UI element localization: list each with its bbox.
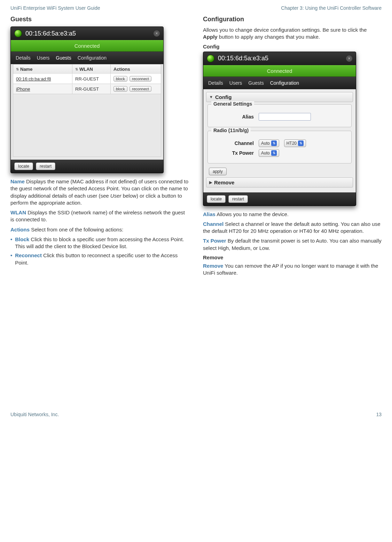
col-header-actions: Actions	[111, 64, 161, 74]
tab-details[interactable]: Details	[16, 55, 31, 61]
tab-details[interactable]: Details	[208, 80, 223, 86]
footer-left: Ubiquiti Networks, Inc.	[10, 412, 59, 417]
channel-select[interactable]: Auto ⇅	[259, 139, 279, 147]
txpower-select[interactable]: Auto ⇅	[259, 149, 279, 157]
txpower-label: Tx Power	[212, 150, 254, 156]
guests-heading: Guests	[10, 16, 189, 23]
actions-desc: Actions Select from one of the following…	[10, 226, 189, 233]
close-icon[interactable]: ×	[154, 30, 160, 37]
ht-select[interactable]: HT20 ⇅	[284, 139, 306, 147]
triangle-right-icon: ▶	[209, 180, 212, 185]
restart-button[interactable]: restart	[36, 162, 55, 170]
tx-term: Tx Power	[203, 238, 226, 244]
bullet-icon: •	[10, 252, 12, 266]
table-empty-area	[13, 94, 161, 157]
general-settings-group: General Settings Alias	[207, 104, 352, 127]
triangle-down-icon: ▼	[209, 95, 213, 99]
reconnect-bullet: • Reconnect Click this button to reconne…	[10, 252, 189, 266]
header-left: UniFi Enterprise WiFi System User Guide	[10, 5, 100, 11]
block-button[interactable]: block	[113, 86, 127, 92]
col-header-name[interactable]: ⇅Name	[13, 64, 72, 74]
radio-legend: Radio (11n/b/g)	[211, 128, 251, 133]
actions-term: Actions	[10, 227, 30, 232]
alias-label: Alias	[212, 114, 254, 120]
remove-accordion[interactable]: ▶ Remove	[206, 177, 353, 188]
general-settings-legend: General Settings	[211, 101, 254, 107]
header-right: Chapter 3: Using the UniFi Controller So…	[281, 5, 382, 11]
table-row: 00:16:cb:ba:ad:f8 RR-GUEST block reconne…	[13, 74, 161, 84]
chevron-updown-icon: ⇅	[298, 140, 304, 146]
page-footer: Ubiquiti Networks, Inc. 13	[10, 412, 382, 417]
chevron-updown-icon: ⇅	[271, 150, 277, 156]
remove-desc: Remove You can remove the AP if you no l…	[203, 262, 382, 277]
radio-group: Radio (11n/b/g) Channel Auto ⇅ HT20 ⇅	[207, 131, 352, 163]
guest-name-link[interactable]: 00:16:cb:ba:ad:f8	[13, 74, 72, 84]
reconnect-button[interactable]: reconnect	[130, 86, 151, 92]
alias-term: Alias	[203, 211, 215, 217]
locate-button[interactable]: locate	[14, 162, 33, 170]
restart-button[interactable]: restart	[228, 195, 248, 203]
window-titlebar: 00:15:6d:5a:e3:a5 ×	[11, 27, 163, 40]
window-title: 00:15:6d:5a:e3:a5	[218, 55, 268, 62]
tab-users[interactable]: Users	[229, 80, 242, 86]
guests-window: 00:15:6d:5a:e3:a5 × Connected Details Us…	[10, 26, 164, 173]
status-dot-icon	[207, 55, 214, 62]
block-button[interactable]: block	[113, 76, 127, 82]
remove-subheading: Remove	[203, 254, 382, 260]
tab-configuration[interactable]: Configuration	[78, 55, 107, 61]
channel-term: Channel	[203, 221, 224, 227]
bullet-icon: •	[10, 236, 12, 250]
tab-users[interactable]: Users	[37, 55, 50, 61]
close-icon[interactable]: ×	[346, 55, 352, 62]
config-accordion[interactable]: ▼ Config	[206, 92, 353, 102]
alias-input[interactable]	[259, 113, 311, 121]
window-titlebar: 00:15:6d:5a:e3:a5 ×	[203, 52, 356, 65]
name-desc: Name Displays the name (MAC address if n…	[10, 178, 189, 206]
guest-name-link[interactable]: iPhone	[13, 84, 72, 94]
block-term: Block	[15, 236, 29, 242]
status-dot-icon	[14, 30, 22, 37]
guest-wlan: RR-GUEST	[72, 74, 111, 84]
table-row: iPhone RR-GUEST block reconnect	[13, 84, 161, 94]
sort-icon: ⇅	[75, 67, 78, 71]
chevron-updown-icon: ⇅	[271, 140, 277, 146]
locate-button[interactable]: locate	[207, 195, 226, 203]
tab-configuration[interactable]: Configuration	[270, 80, 299, 86]
connected-status: Connected	[203, 65, 356, 77]
page-header: UniFi Enterprise WiFi System User Guide …	[10, 5, 382, 11]
connected-status: Connected	[11, 40, 163, 52]
remove-term: Remove	[203, 263, 223, 269]
window-title: 00:15:6d:5a:e3:a5	[25, 30, 76, 37]
tab-guests[interactable]: Guests	[248, 80, 264, 86]
wlan-term: WLAN	[10, 209, 26, 215]
table-header: ⇅Name ⇅WLAN Actions	[13, 64, 161, 74]
apply-button[interactable]: apply	[209, 168, 227, 175]
reconnect-term: Reconnect	[15, 252, 42, 258]
guest-wlan: RR-GUEST	[72, 84, 111, 94]
block-bullet: • Block Click this to block a specific u…	[10, 236, 189, 250]
channel-label: Channel	[212, 140, 254, 146]
col-header-wlan[interactable]: ⇅WLAN	[72, 64, 111, 74]
tab-guests[interactable]: Guests	[56, 55, 71, 61]
configuration-heading: Configuration	[203, 16, 382, 23]
reconnect-button[interactable]: reconnect	[130, 76, 151, 82]
name-term: Name	[10, 178, 25, 184]
sort-icon: ⇅	[16, 67, 19, 71]
wlan-desc: WLAN Displays the SSID (network name) of…	[10, 209, 189, 223]
channel-desc: Channel Select a channel or leave the de…	[203, 221, 382, 235]
config-subheading: Config	[203, 44, 382, 49]
config-window: 00:15:6d:5a:e3:a5 × Connected Details Us…	[203, 52, 356, 206]
config-intro: Allows you to change device configuratio…	[203, 26, 382, 41]
tx-desc: Tx Power By default the transmit power i…	[203, 237, 382, 252]
alias-desc: Alias Allows you to name the device.	[203, 211, 382, 218]
footer-right: 13	[376, 412, 382, 417]
